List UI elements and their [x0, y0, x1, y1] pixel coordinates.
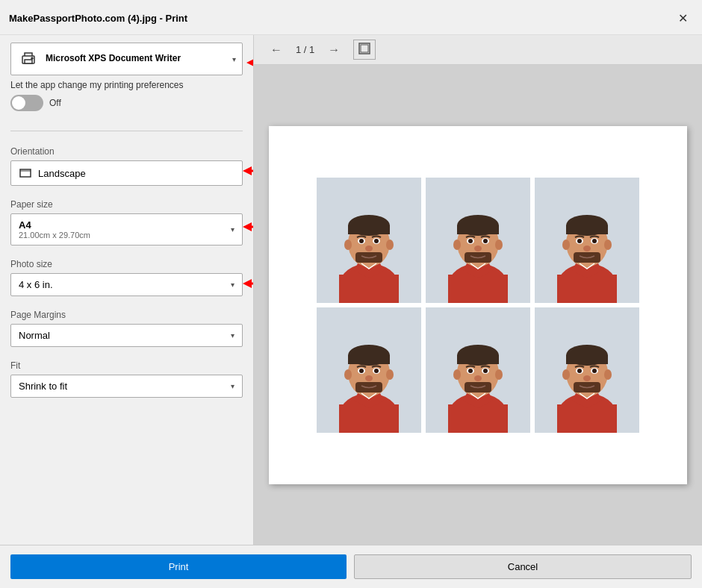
svg-point-38: [453, 240, 461, 250]
svg-point-44: [474, 245, 482, 251]
svg-point-88: [483, 369, 488, 373]
printer-dropdown-arrow: ▾: [232, 55, 236, 63]
page-margins-value: Normal: [19, 330, 50, 341]
svg-rect-97: [566, 355, 608, 364]
printer-section: Microsoft XPS Document Writer ▾: [10, 43, 243, 75]
svg-rect-1: [25, 60, 32, 63]
orientation-value: Landscape: [38, 168, 86, 179]
dialog-title: MakePassportPhoto.com (4).jpg - Print: [9, 13, 187, 24]
photo-cell-4: [317, 307, 421, 433]
svg-point-53: [562, 240, 570, 250]
fit-label: Fit: [10, 360, 243, 371]
bottom-buttons: Print Cancel: [0, 545, 702, 588]
photo-size-label: Photo size: [10, 259, 243, 269]
svg-point-2: [31, 57, 33, 59]
photo-cell-3: [535, 178, 639, 303]
page-indicator: 1 / 1: [296, 44, 314, 55]
printer-dropdown[interactable]: Microsoft XPS Document Writer ▾: [10, 43, 243, 75]
prev-page-button[interactable]: ←: [266, 42, 287, 58]
svg-rect-18: [339, 275, 399, 303]
fit-arrow: ▾: [231, 382, 234, 390]
printer-name: Microsoft XPS Document Writer: [46, 53, 181, 65]
orientation-left: Landscape: [19, 166, 86, 180]
printer-icon: [17, 48, 40, 70]
fit-section: Fit Shrink to fit ▾: [10, 353, 243, 399]
fit-page-button[interactable]: [353, 40, 376, 60]
paper-size-button[interactable]: A4 21.00cm x 29.70cm ▾: [10, 213, 243, 245]
next-page-button[interactable]: →: [323, 42, 344, 58]
svg-rect-93: [557, 404, 617, 433]
paper-size-info: A4 21.00cm x 29.70cm: [19, 219, 90, 240]
photo-cell-5: [426, 307, 530, 433]
svg-point-24: [386, 240, 394, 250]
content-area: Microsoft XPS Document Writer ▾ Let the …: [0, 35, 702, 545]
toggle-switch[interactable]: [10, 95, 43, 111]
paper-size-main: A4: [19, 219, 90, 231]
svg-point-29: [365, 245, 373, 251]
paper-size-label: Paper size: [10, 199, 243, 210]
paper-size-sub: 21.00cm x 29.70cm: [19, 231, 90, 240]
svg-point-98: [562, 369, 570, 380]
paper-size-section: Paper size A4 21.00cm x 29.70cm ▾: [10, 192, 243, 247]
print-button[interactable]: Print: [10, 554, 347, 579]
svg-point-59: [583, 245, 591, 251]
close-button[interactable]: ✕: [672, 7, 693, 28]
title-bar: MakePassportPhoto.com (4).jpg - Print ✕: [0, 0, 702, 35]
photo-size-arrow: ▾: [231, 281, 234, 289]
paper-preview: [269, 126, 687, 484]
svg-marker-8: [243, 166, 252, 175]
svg-point-104: [583, 375, 591, 381]
svg-marker-12: [243, 279, 252, 288]
printer-info: Microsoft XPS Document Writer: [17, 48, 181, 70]
svg-point-68: [344, 369, 352, 380]
svg-rect-22: [348, 225, 390, 234]
toggle-row: Off: [10, 95, 61, 111]
svg-point-84: [495, 369, 503, 380]
toggle-label: Off: [49, 98, 61, 108]
print-dialog: MakePassportPhoto.com (4).jpg - Print ✕: [0, 0, 702, 588]
paper-size-arrow: ▾: [231, 225, 234, 234]
cancel-button[interactable]: Cancel: [354, 554, 692, 579]
page-separator: /: [304, 44, 307, 55]
svg-rect-78: [448, 404, 508, 433]
svg-point-87: [468, 369, 473, 373]
page-margins-arrow: ▾: [231, 331, 234, 340]
fit-icon: [358, 43, 370, 54]
photo-size-button[interactable]: 4 x 6 in. ▾: [10, 273, 243, 296]
fit-value: Shrink to fit: [19, 381, 67, 392]
svg-rect-37: [457, 225, 499, 234]
svg-rect-14: [361, 45, 368, 52]
svg-point-72: [359, 369, 364, 373]
svg-rect-63: [339, 404, 399, 433]
photo-size-value: 4 x 6 in.: [19, 279, 53, 290]
svg-point-103: [592, 369, 597, 373]
svg-point-58: [592, 239, 597, 243]
svg-rect-82: [457, 355, 499, 364]
svg-rect-52: [566, 225, 608, 234]
svg-point-42: [468, 239, 473, 243]
svg-point-43: [483, 239, 488, 243]
orientation-section: Orientation Landscape: [10, 139, 243, 187]
page-margins-dropdown[interactable]: Normal ▾: [10, 324, 243, 347]
page-margins-section: Page Margins Normal ▾: [10, 302, 243, 348]
photo-size-section: Photo size 4 x 6 in. ▾: [10, 251, 243, 298]
svg-point-89: [474, 375, 482, 381]
svg-rect-67: [348, 355, 390, 364]
svg-point-73: [374, 369, 379, 373]
page-margins-label: Page Margins: [10, 310, 243, 320]
preview-toolbar: ← 1 / 1 →: [254, 35, 702, 65]
app-pref-text: Let the app change my printing preferenc…: [10, 80, 183, 90]
photo-grid: [302, 163, 654, 448]
svg-point-83: [453, 369, 461, 380]
photo-cell-1: [317, 178, 421, 303]
photo-cell-2: [426, 178, 530, 303]
svg-point-74: [365, 375, 373, 381]
photo-cell-6: [535, 307, 639, 433]
divider-1: [10, 131, 243, 131]
orientation-button[interactable]: Landscape: [10, 160, 243, 186]
page-current: 1: [296, 44, 301, 55]
svg-point-99: [604, 369, 612, 380]
svg-marker-10: [243, 222, 252, 231]
fit-dropdown[interactable]: Shrink to fit ▾: [10, 375, 243, 398]
page-total: 1: [309, 44, 314, 55]
